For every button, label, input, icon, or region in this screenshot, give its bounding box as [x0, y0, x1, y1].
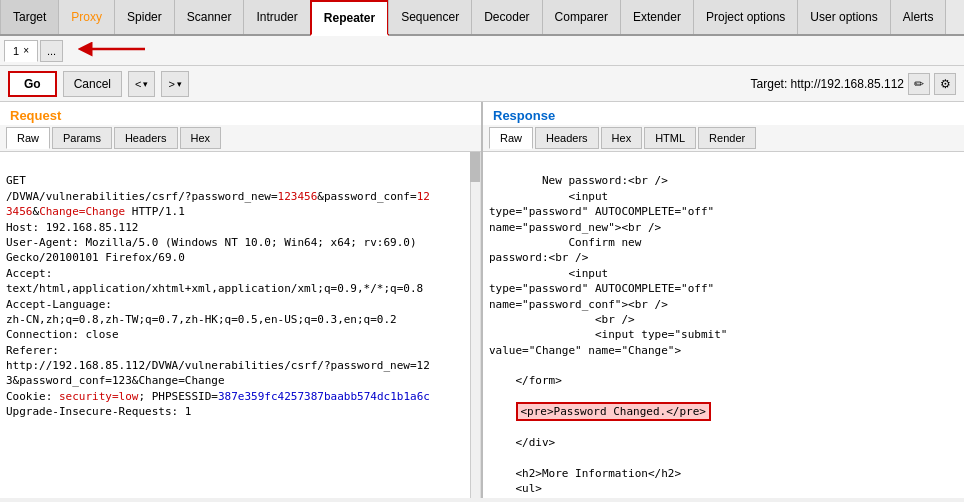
main-tab-bar: Target Proxy Spider Scanner Intruder Rep…	[0, 0, 964, 36]
settings-button[interactable]: ⚙	[934, 73, 956, 95]
tab-scanner[interactable]: Scanner	[174, 0, 245, 34]
tab-alerts[interactable]: Alerts	[890, 0, 947, 34]
response-panel: Response Raw Headers Hex HTML Render New…	[483, 102, 964, 498]
request-panel: Request Raw Params Headers Hex GET /DVWA…	[0, 102, 483, 498]
tab-target[interactable]: Target	[0, 0, 59, 34]
prev-nav-button[interactable]: < ▾	[128, 71, 155, 97]
tab-sequencer[interactable]: Sequencer	[388, 0, 472, 34]
response-tab-headers[interactable]: Headers	[535, 127, 599, 149]
request-panel-tabs: Raw Params Headers Hex	[0, 125, 481, 152]
edit-target-button[interactable]: ✏	[908, 73, 930, 95]
toolbar: Go Cancel < ▾ > ▾ Target: http://192.168…	[0, 66, 964, 102]
tab-spider[interactable]: Spider	[114, 0, 175, 34]
repeater-tab-dots[interactable]: ...	[40, 40, 63, 62]
request-tab-raw[interactable]: Raw	[6, 127, 50, 149]
main-content: Request Raw Params Headers Hex GET /DVWA…	[0, 102, 964, 498]
tab-extender[interactable]: Extender	[620, 0, 694, 34]
repeater-tab-1[interactable]: 1 ×	[4, 40, 38, 62]
response-tab-render[interactable]: Render	[698, 127, 756, 149]
cancel-button[interactable]: Cancel	[63, 71, 122, 97]
go-button[interactable]: Go	[8, 71, 57, 97]
response-panel-tabs: Raw Headers Hex HTML Render	[483, 125, 964, 152]
tab-repeater[interactable]: Repeater	[310, 0, 389, 36]
password-changed-highlight: <pre>Password Changed.</pre>	[516, 402, 711, 421]
scrollbar-thumb[interactable]	[470, 152, 480, 182]
response-tab-html[interactable]: HTML	[644, 127, 696, 149]
response-tab-hex[interactable]: Hex	[601, 127, 643, 149]
next-nav-button[interactable]: > ▾	[161, 71, 188, 97]
request-tab-params[interactable]: Params	[52, 127, 112, 149]
request-panel-title: Request	[0, 102, 481, 125]
target-info: Target: http://192.168.85.112 ✏ ⚙	[751, 73, 956, 95]
red-arrow-icon	[75, 35, 155, 63]
tab-proxy[interactable]: Proxy	[58, 0, 115, 34]
response-content[interactable]: New password:<br /> <input type="passwor…	[483, 152, 964, 498]
tab-intruder[interactable]: Intruder	[243, 0, 310, 34]
response-tab-raw[interactable]: Raw	[489, 127, 533, 149]
arrow-indicator-container	[75, 35, 155, 66]
request-tab-hex[interactable]: Hex	[180, 127, 222, 149]
tab-decoder[interactable]: Decoder	[471, 0, 542, 34]
tab-comparer[interactable]: Comparer	[542, 0, 621, 34]
tab-user-options[interactable]: User options	[797, 0, 890, 34]
scrollbar[interactable]	[470, 152, 480, 498]
response-panel-title: Response	[483, 102, 964, 125]
tab-project-options[interactable]: Project options	[693, 0, 798, 34]
request-content[interactable]: GET /DVWA/vulnerabilities/csrf/?password…	[0, 152, 481, 498]
repeater-sub-tab-bar: 1 × ...	[0, 36, 964, 66]
request-tab-headers[interactable]: Headers	[114, 127, 178, 149]
